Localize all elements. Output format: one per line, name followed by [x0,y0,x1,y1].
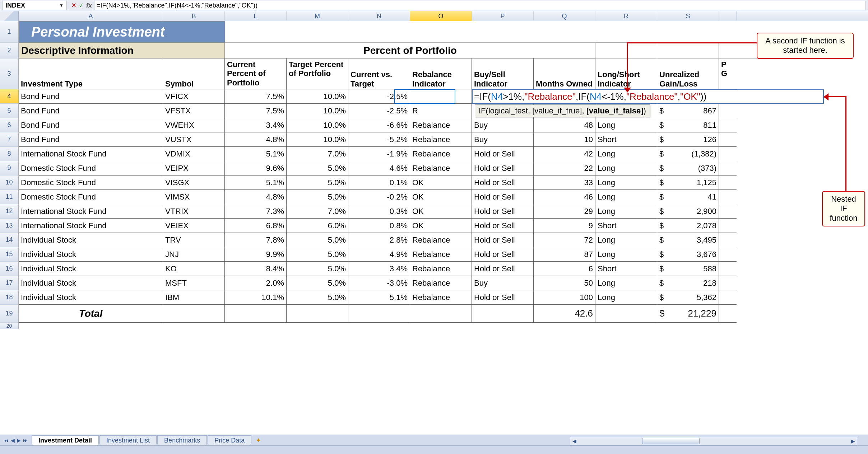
cell-reb[interactable]: OK [410,175,472,190]
cell-reb[interactable]: OK [410,204,472,219]
cell-cvt[interactable]: -5.2% [348,132,410,147]
col-header-T[interactable] [719,11,737,21]
cell-curpct[interactable]: 6.8% [225,219,287,233]
cell-blank[interactable] [719,175,737,190]
cell-bs[interactable]: Buy [472,132,534,147]
cell-blank[interactable] [719,276,737,290]
cell-blank[interactable] [719,104,737,118]
cell-gl[interactable]: $3,676 [657,247,719,262]
hdr-cvt[interactable]: Current vs. Target [348,58,410,89]
cell-reb[interactable]: OK [410,219,472,233]
row-header-9[interactable]: 9 [0,161,19,175]
row-header-2[interactable]: 2 [0,43,19,58]
col-header-M[interactable]: M [287,11,348,21]
cell-curpct[interactable]: 10.1% [225,290,287,305]
cell-tgtpct[interactable]: 10.0% [287,104,348,118]
cell-gl[interactable]: $1,125 [657,175,719,190]
cell-blank[interactable] [719,305,737,323]
row-header-4[interactable]: 4 [0,89,19,104]
cell-bs[interactable]: Buy [472,276,534,290]
row-header-3[interactable]: 3 [0,58,19,89]
cell-gl[interactable]: $2,900 [657,204,719,219]
cell-symbol[interactable]: VIMSX [163,190,225,204]
cell-type[interactable]: Domestic Stock Fund [19,175,163,190]
cell-tgtpct[interactable]: 5.0% [287,276,348,290]
cell-ls[interactable]: Long [595,118,657,132]
cell-gl[interactable]: $(1,382) [657,147,719,161]
col-header-R[interactable]: R [595,11,657,21]
row-header-6[interactable]: 6 [0,118,19,132]
cell-ls[interactable]: Long [595,175,657,190]
total-label[interactable]: Total [19,305,163,323]
cell-symbol[interactable]: MSFT [163,276,225,290]
cell-symbol[interactable]: VTRIX [163,204,225,219]
cell-blank[interactable] [163,305,225,323]
cell-ls[interactable]: Long [595,190,657,204]
cell-blank[interactable] [472,305,534,323]
cell-type[interactable]: Domestic Stock Fund [19,190,163,204]
cell-curpct[interactable]: 8.4% [225,262,287,276]
cell-curpct[interactable]: 9.6% [225,161,287,175]
row-header-11[interactable]: 11 [0,190,19,204]
hdr-symbol[interactable]: Symbol [163,58,225,89]
cell-gl[interactable]: $3,495 [657,233,719,247]
cell-cvt[interactable]: 0.8% [348,219,410,233]
row-header-1[interactable]: 1 [0,21,19,43]
tab-first-icon[interactable]: ⏮ [4,437,9,443]
new-sheet-icon[interactable]: ✦ [252,436,265,445]
cell-reb[interactable]: Rebalance [410,276,472,290]
scroll-left-icon[interactable]: ◀ [570,438,578,444]
cell-reb[interactable]: Rebalance [410,161,472,175]
cell-gl[interactable]: $5,362 [657,290,719,305]
cell-type[interactable]: Individual Stock [19,290,163,305]
cell-blank[interactable] [225,305,287,323]
cell-bs[interactable]: Hold or Sell [472,161,534,175]
cell-cvt[interactable]: -2.5% [348,89,410,104]
cell-reb[interactable]: Rebalance [410,262,472,276]
cell-ls[interactable]: Long [595,276,657,290]
cell-curpct[interactable]: 7.8% [225,233,287,247]
cell-tgtpct[interactable]: 5.0% [287,190,348,204]
cell-blank[interactable] [410,305,472,323]
cell-curpct[interactable]: 5.1% [225,175,287,190]
cell-tgtpct[interactable]: 7.0% [287,204,348,219]
cell-type[interactable]: Individual Stock [19,233,163,247]
cell-blank[interactable] [719,247,737,262]
cell-type[interactable]: Bond Fund [19,89,163,104]
cell-blank[interactable] [719,262,737,276]
cell-ls[interactable]: Long [595,290,657,305]
cell-bs[interactable]: Hold or Sell [472,233,534,247]
cell-ls[interactable]: Long [595,233,657,247]
cell-tgtpct[interactable]: 10.0% [287,132,348,147]
cell-symbol[interactable]: VISGX [163,175,225,190]
select-all-corner[interactable] [0,11,19,21]
cell-months[interactable]: 6 [534,262,595,276]
cell-tgtpct[interactable]: 5.0% [287,262,348,276]
cell-blank[interactable] [719,290,737,305]
cell-ls[interactable]: Long [595,204,657,219]
cell-curpct[interactable]: 7.5% [225,89,287,104]
cell-reb[interactable]: OK [410,190,472,204]
cell-cvt[interactable]: -2.5% [348,104,410,118]
cell-curpct[interactable]: 3.4% [225,118,287,132]
cell-type[interactable]: Bond Fund [19,132,163,147]
cell-cvt[interactable]: 2.8% [348,233,410,247]
cell-months[interactable]: 72 [534,233,595,247]
cell-symbol[interactable]: VUSTX [163,132,225,147]
cell-blank[interactable] [657,43,719,58]
cell-bs[interactable]: Hold or Sell [472,219,534,233]
cell-blank[interactable] [719,161,737,175]
cell-blank[interactable] [287,305,348,323]
formula-input[interactable]: =IF(N4>1%,"Rebalance",IF(N4<-1%,"Rebalan… [94,1,866,10]
name-box[interactable]: INDEX ▼ [2,1,67,10]
cell-symbol[interactable]: KO [163,262,225,276]
cell-gl[interactable]: $218 [657,276,719,290]
col-header-Q[interactable]: Q [534,11,595,21]
row-header-15[interactable]: 15 [0,247,19,262]
total-gl[interactable]: $21,229 [657,305,719,323]
cell-type[interactable]: Bond Fund [19,118,163,132]
cell-blank[interactable] [719,118,737,132]
hdr-reb[interactable]: Rebalance Indicator [410,58,472,89]
row-header-7[interactable]: 7 [0,132,19,147]
cell-cvt[interactable]: -6.6% [348,118,410,132]
